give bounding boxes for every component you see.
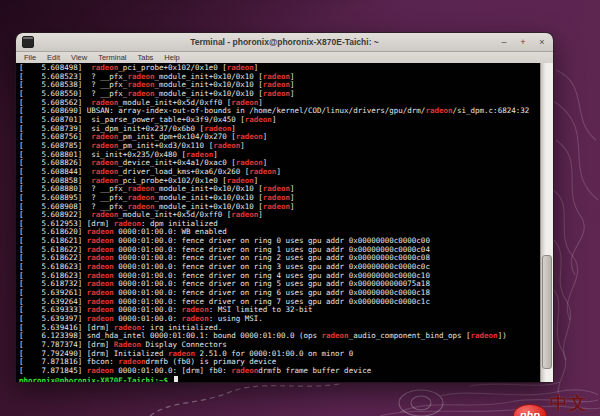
- php-logo-icon: php: [513, 404, 547, 416]
- minimize-button[interactable]: –: [499, 37, 509, 47]
- menu-item-terminal[interactable]: Terminal: [98, 53, 126, 62]
- menu-item-tabs[interactable]: Tabs: [138, 53, 154, 62]
- watermark-site-name: 中文网: [550, 391, 600, 416]
- maximize-button[interactable]: +: [518, 37, 528, 47]
- terminal-window: Terminal - phoronix@phoronix-X870E-Taich…: [16, 33, 553, 382]
- scrollbar-thumb[interactable]: [542, 255, 552, 369]
- menu-item-help[interactable]: Help: [164, 53, 179, 62]
- menu-item-edit[interactable]: Edit: [47, 53, 60, 62]
- terminal-output[interactable]: [ 5.608498] radeon_pci_probe+0x102/0x1e0…: [16, 63, 540, 382]
- close-button[interactable]: ×: [537, 37, 547, 47]
- terminal-cursor: [174, 376, 179, 382]
- shell-prompt: phoronix@phoronix-X870E-Taichi:~$: [19, 376, 173, 382]
- window-title: Terminal - phoronix@phoronix-X870E-Taich…: [16, 37, 553, 47]
- php-cn-watermark: php 中文网: [513, 391, 600, 416]
- shell-prompt-line: phoronix@phoronix-X870E-Taichi:~$: [19, 376, 540, 382]
- menu-item-view[interactable]: View: [71, 53, 87, 62]
- window-titlebar[interactable]: Terminal - phoronix@phoronix-X870E-Taich…: [16, 33, 553, 52]
- terminal-line: [ 7.871845] radeon 0000:01:00.0: [drm] f…: [19, 367, 540, 376]
- menu-item-file[interactable]: File: [24, 53, 36, 62]
- terminal-scrollbar[interactable]: [540, 63, 553, 382]
